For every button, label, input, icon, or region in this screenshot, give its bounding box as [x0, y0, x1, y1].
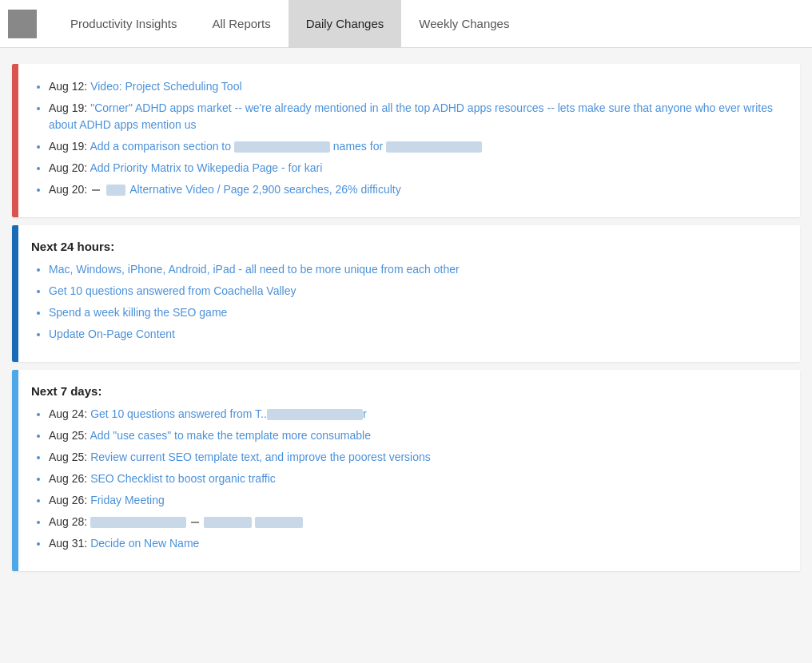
tab-weekly-changes[interactable]: Weekly Changes [401, 0, 527, 48]
list-item: Aug 31: Decide on New Name [49, 535, 784, 552]
list-item: Aug 20: Add Priority Matrix to Wikepedia… [49, 160, 784, 177]
section-next7-heading: Next 7 days: [31, 384, 784, 398]
dash-icon [92, 189, 100, 191]
main-content: Aug 12: Video: Project Scheduling Tool A… [0, 48, 812, 595]
list-item: Aug 25: Add "use cases" to make the temp… [49, 427, 784, 444]
stripe-red [12, 64, 18, 217]
section-red-body: Aug 12: Video: Project Scheduling Tool A… [18, 64, 800, 217]
list-item: Mac, Windows, iPhone, Android, iPad - al… [49, 261, 784, 278]
section-next7-list: Aug 24: Get 10 questions answered from T… [31, 406, 784, 552]
list-item: Aug 12: Video: Project Scheduling Tool [49, 78, 784, 95]
nav-tabs: Productivity Insights All Reports Daily … [53, 0, 527, 47]
list-item: Aug 24: Get 10 questions answered from T… [49, 406, 784, 423]
tab-daily-changes-label: Daily Changes [306, 17, 384, 30]
tab-all-reports[interactable]: All Reports [194, 0, 288, 48]
list-item: Spend a week killing the SEO game [49, 304, 784, 321]
thumbnail-icon [106, 185, 125, 196]
tab-weekly-changes-label: Weekly Changes [419, 17, 509, 30]
tab-all-reports-label: All Reports [212, 17, 270, 30]
section-next24-heading: Next 24 hours: [31, 240, 784, 253]
list-item: Update On-Page Content [49, 326, 784, 343]
tab-daily-changes[interactable]: Daily Changes [289, 0, 402, 48]
stripe-blue-light [12, 370, 18, 571]
app-logo [8, 10, 37, 38]
dash-icon [191, 522, 199, 523]
list-item: Aug 19: "Corner" ADHD apps market -- we'… [49, 100, 784, 133]
list-item: Aug 19: Add a comparison section to name… [49, 138, 784, 155]
section-next24-body: Next 24 hours: Mac, Windows, iPhone, And… [18, 225, 800, 362]
section-red: Aug 12: Video: Project Scheduling Tool A… [12, 64, 800, 217]
list-item: Aug 26: Friday Meeting [49, 492, 784, 509]
list-item: Aug 28: [49, 514, 784, 530]
section-next24-list: Mac, Windows, iPhone, Android, iPad - al… [31, 261, 784, 343]
section-next7-body: Next 7 days: Aug 24: Get 10 questions an… [18, 370, 800, 571]
section-next24: Next 24 hours: Mac, Windows, iPhone, And… [12, 225, 800, 362]
section-red-list: Aug 12: Video: Project Scheduling Tool A… [31, 78, 784, 198]
list-item: Get 10 questions answered from Coachella… [49, 283, 784, 300]
section-next7: Next 7 days: Aug 24: Get 10 questions an… [12, 370, 800, 571]
nav-bar: Productivity Insights All Reports Daily … [0, 0, 812, 48]
tab-productivity[interactable]: Productivity Insights [53, 0, 194, 48]
list-item: Aug 25: Review current SEO template text… [49, 449, 784, 466]
list-item: Aug 20: Alternative Video / Page 2,900 s… [49, 181, 784, 198]
tab-productivity-label: Productivity Insights [70, 17, 177, 30]
stripe-blue-dark [12, 225, 18, 362]
list-item: Aug 26: SEO Checklist to boost organic t… [49, 470, 784, 487]
